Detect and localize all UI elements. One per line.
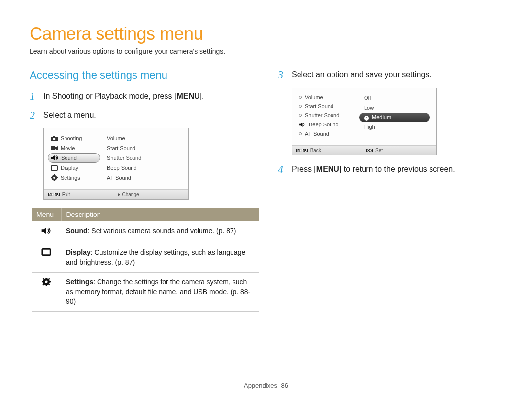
bar-right-label: Change — [122, 192, 139, 197]
table-cell: Display: Customize the display settings,… — [61, 243, 259, 272]
menu-bottom-bar: MENU Back OK Set — [292, 145, 436, 155]
footer-label: Appendixes — [244, 382, 277, 389]
radio-dot-icon — [299, 132, 302, 135]
sound-icon — [51, 154, 58, 161]
menu-item-label: Beep Sound — [309, 122, 339, 127]
bar-left: MENU Exit — [48, 192, 114, 197]
check-icon: ✓ — [364, 116, 369, 121]
bar-left: MENU Back — [296, 148, 363, 153]
row-desc: : Customize the display settings, such a… — [66, 248, 245, 266]
step-text: Select a menu. — [43, 109, 254, 121]
section-heading: Accessing the settings menu — [30, 69, 254, 82]
bar-right: OK Set — [366, 148, 433, 153]
menu-item-label: Movie — [61, 145, 75, 151]
camera-icon — [51, 135, 58, 142]
menu-item-settings: Settings — [51, 173, 100, 183]
menu-item-label: AF Sound — [305, 131, 329, 137]
step-text: Select an option and save your settings. — [292, 69, 502, 80]
step-text: Press [MENU] to return to the previous s… — [292, 163, 502, 175]
table-head-menu: Menu — [32, 208, 61, 221]
svg-rect-10 — [54, 174, 55, 176]
svg-point-9 — [53, 177, 55, 179]
step-4-pre: Press [ — [292, 165, 316, 173]
menu-item-af-sound: AF Sound — [299, 129, 357, 138]
row-desc: : Change the settings for the camera sys… — [66, 278, 250, 305]
menu-tag-icon: MENU — [48, 193, 60, 196]
two-column-layout: Accessing the settings menu 1 In Shootin… — [30, 69, 502, 312]
footer-page-number: 86 — [281, 382, 288, 389]
step-2: 2 Select a menu. — [30, 109, 254, 121]
table-row: Settings: Change the settings for the ca… — [32, 273, 259, 312]
left-column: Accessing the settings menu 1 In Shootin… — [30, 69, 254, 312]
option-start-sound: Start Sound — [104, 143, 181, 153]
table-cell: Settings: Change the settings for the ca… — [61, 273, 259, 312]
menu-bottom-bar: MENU Exit Change — [44, 189, 188, 199]
svg-point-2 — [53, 138, 56, 140]
option-shutter-sound: Shutter Sound — [104, 153, 181, 163]
svg-rect-12 — [51, 177, 52, 178]
option-off: Off — [361, 93, 430, 103]
camera-menu-screenshot-2: Volume Start Sound Shutter Sound — [292, 88, 437, 155]
svg-marker-27 — [299, 123, 302, 127]
page-root: Camera settings menu Learn about various… — [0, 0, 532, 312]
table-row: Display: Customize the display settings,… — [32, 243, 259, 272]
menu-item-start-sound: Start Sound — [299, 102, 357, 111]
display-icon — [51, 164, 58, 171]
option-volume: Volume — [104, 133, 181, 143]
row-title: Settings — [66, 278, 93, 286]
row-title: Sound — [66, 227, 88, 235]
option-high: High — [361, 122, 430, 132]
camera-menu-screenshot-1: Shooting Movie Sound — [43, 128, 189, 200]
menu-item-label: Shooting — [61, 135, 82, 141]
menu-item-display: Display — [51, 163, 100, 173]
ok-tag-icon: OK — [366, 149, 374, 152]
gear-icon — [51, 174, 58, 181]
page-subtitle: Learn about various options to configure… — [30, 47, 502, 55]
step-1-post: ]. — [200, 92, 204, 100]
sound-icon — [299, 121, 306, 128]
svg-rect-19 — [46, 278, 47, 279]
svg-marker-14 — [42, 228, 46, 234]
play-arrow-icon — [118, 193, 120, 196]
menu-item-label: Sound — [61, 155, 77, 161]
menu-item-label: Shutter Sound — [305, 112, 339, 118]
menu-item-label: Settings — [61, 175, 80, 181]
menu-item-shutter-sound: Shutter Sound — [299, 111, 357, 120]
menu-right-list: Volume Start Sound Shutter Sound Beep So… — [104, 133, 181, 183]
svg-rect-7 — [52, 166, 57, 170]
step-number: 1 — [30, 91, 41, 102]
menu-tag-icon: MENU — [296, 149, 308, 152]
svg-rect-1 — [53, 136, 55, 137]
bar-right-label: Set — [375, 148, 383, 153]
svg-rect-20 — [46, 284, 47, 286]
step-3: 3 Select an option and save your setting… — [278, 69, 502, 81]
step-4-post: ] to return to the previous screen. — [339, 165, 455, 173]
menu-item-shooting: Shooting — [51, 133, 100, 143]
radio-dot-icon — [299, 96, 302, 99]
menu-item-movie: Movie — [51, 143, 100, 153]
option-label: Medium — [372, 114, 391, 120]
bar-left-label: Exit — [62, 192, 70, 197]
row-title: Display — [66, 248, 91, 256]
menu-button-label: MENU — [316, 165, 339, 173]
svg-rect-11 — [54, 180, 55, 181]
table-row: Sound: Set various camera sounds and vol… — [32, 221, 259, 243]
option-af-sound: AF Sound — [104, 173, 181, 183]
svg-point-18 — [45, 281, 47, 283]
step-text: In Shooting or Playback mode, press [MEN… — [43, 91, 254, 102]
step-number: 4 — [278, 163, 290, 175]
movie-icon — [51, 145, 58, 152]
option-medium-selected: ✓Medium — [359, 113, 430, 122]
svg-rect-16 — [43, 250, 50, 255]
menu-left-list: Shooting Movie Sound — [51, 133, 100, 183]
gear-icon — [41, 278, 52, 286]
svg-rect-21 — [42, 281, 44, 283]
menu-item-volume: Volume — [299, 93, 357, 102]
bar-left-label: Back — [310, 148, 321, 153]
step-1: 1 In Shooting or Playback mode, press [M… — [30, 91, 254, 102]
svg-rect-13 — [56, 177, 58, 178]
step-number: 3 — [278, 69, 290, 81]
menu-item-label: Start Sound — [305, 103, 333, 109]
menu-item-sound-selected: Sound — [48, 153, 100, 163]
menu-button-label: MENU — [176, 92, 200, 100]
